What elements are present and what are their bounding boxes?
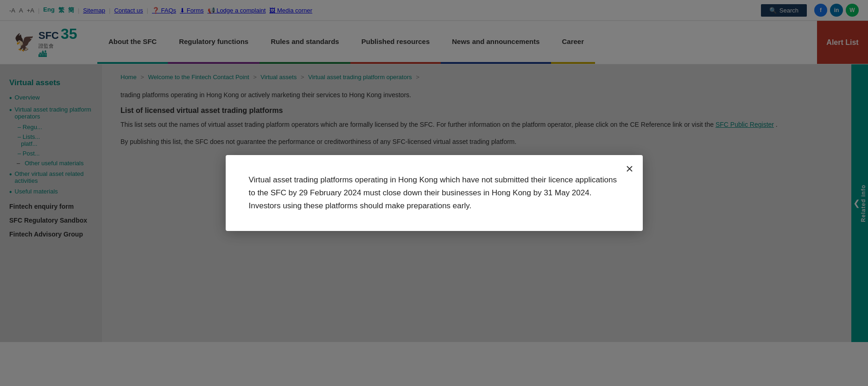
- close-icon: ×: [626, 162, 633, 176]
- modal-close-button[interactable]: ×: [626, 162, 633, 175]
- modal-dialog: × Virtual asset trading platforms operat…: [226, 155, 643, 231]
- modal-overlay[interactable]: × Virtual asset trading platforms operat…: [0, 0, 868, 342]
- modal-text: Virtual asset trading platforms operatin…: [249, 174, 620, 212]
